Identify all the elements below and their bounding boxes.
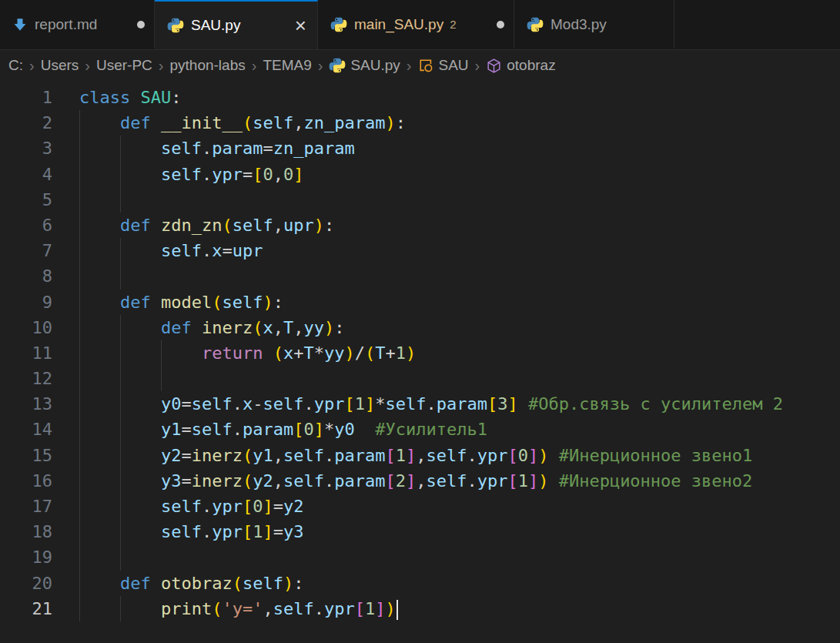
line-content[interactable]: self.x=upr xyxy=(79,238,840,263)
token: otobraz xyxy=(161,574,233,593)
token: ( xyxy=(365,343,375,363)
line-number[interactable]: 5 xyxy=(0,187,52,213)
code-line: 13 y0=self.x-self.ypr[1]*self.param[3] #… xyxy=(0,391,840,417)
line-content[interactable] xyxy=(79,544,840,570)
line-content[interactable]: def model(self): xyxy=(79,290,840,315)
line-number[interactable]: 3 xyxy=(0,136,52,161)
breadcrumb-item-tema9[interactable]: TEMA9 xyxy=(263,57,311,74)
line-number[interactable]: 9 xyxy=(0,290,52,315)
breadcrumb-label: Users xyxy=(41,57,79,74)
token: T xyxy=(283,318,293,337)
breadcrumb-separator-icon: › xyxy=(469,57,487,75)
token: param xyxy=(334,446,385,465)
modified-dot-icon[interactable] xyxy=(137,21,145,28)
token: param xyxy=(334,471,385,491)
breadcrumb-item-sau-py[interactable]: SAU.py xyxy=(329,57,400,74)
breadcrumb-item-otobraz[interactable]: otobraz xyxy=(486,57,555,74)
token: . xyxy=(467,471,477,491)
line-content[interactable] xyxy=(79,366,840,391)
line-text: print('y=',self.ypr[1]) xyxy=(79,599,398,618)
modified-dot-icon[interactable] xyxy=(497,21,504,28)
line-number[interactable]: 2 xyxy=(0,110,52,136)
line-text: def model(self): xyxy=(79,293,283,312)
breadcrumb-item-c-[interactable]: C: xyxy=(8,57,23,74)
token xyxy=(130,88,140,107)
token: ] xyxy=(406,471,416,491)
line-number[interactable]: 4 xyxy=(0,162,52,187)
breadcrumb-separator-icon: › xyxy=(152,57,170,75)
line-number[interactable]: 11 xyxy=(0,340,52,366)
line-number[interactable]: 21 xyxy=(0,596,52,621)
line-number[interactable]: 16 xyxy=(0,468,52,494)
token: . xyxy=(426,394,436,414)
line-number[interactable]: 10 xyxy=(0,315,52,340)
tab-mod3-py[interactable]: Mod3.py xyxy=(514,0,674,49)
line-content[interactable]: def inerz(x,T,yy): xyxy=(79,315,840,340)
line-content[interactable]: def __init__(self,zn_param): xyxy=(79,110,840,136)
line-number[interactable]: 15 xyxy=(0,443,52,468)
token: 0 xyxy=(263,165,273,184)
line-content[interactable]: self.param=zn_param xyxy=(79,136,840,161)
token: 1 xyxy=(253,522,263,541)
line-content[interactable]: self.ypr[0]=y2 xyxy=(79,494,840,519)
code-editor[interactable]: 1class SAU:2 def __init__(self,zn_param)… xyxy=(0,81,840,643)
token xyxy=(192,318,202,337)
breadcrumb-item-python-labs[interactable]: python-labs xyxy=(169,57,245,74)
line-number[interactable]: 18 xyxy=(0,519,52,544)
code-line: 5 xyxy=(0,187,840,213)
line-number[interactable]: 19 xyxy=(0,544,52,570)
line-number[interactable]: 13 xyxy=(0,391,52,417)
line-content[interactable]: y3=inerz(y2,self.param[2],self.ypr[1]) #… xyxy=(79,468,840,494)
token: ( xyxy=(222,216,232,235)
line-content[interactable]: def otobraz(self): xyxy=(79,571,840,596)
token: ) xyxy=(314,216,324,235)
line-content[interactable]: y2=inerz(y1,self.param[1],self.ypr[0]) #… xyxy=(79,443,840,468)
line-text: self.ypr[1]=y3 xyxy=(79,522,303,541)
line-number[interactable]: 8 xyxy=(0,263,52,289)
tab-report-md[interactable]: report.md xyxy=(0,0,155,49)
token: , xyxy=(273,471,283,491)
breadcrumb-item-users[interactable]: Users xyxy=(41,57,79,74)
line-number[interactable]: 14 xyxy=(0,417,52,442)
line-content[interactable] xyxy=(79,263,840,289)
token: . xyxy=(202,497,212,516)
indent-guide xyxy=(120,187,121,213)
line-content[interactable]: class SAU: xyxy=(79,85,840,110)
token: 1 xyxy=(396,343,406,363)
line-content[interactable]: y0=self.x-self.ypr[1]*self.param[3] #Обр… xyxy=(79,391,840,417)
token: zn_param xyxy=(303,113,385,132)
line-number[interactable]: 17 xyxy=(0,494,52,519)
token: . xyxy=(202,165,212,184)
close-tab-icon[interactable]: × xyxy=(293,18,308,33)
line-number[interactable]: 7 xyxy=(0,238,52,263)
token: ) xyxy=(263,293,273,312)
python-file-icon xyxy=(330,16,347,33)
line-content[interactable]: y1=self.param[0]*y0 #Усилитель1 xyxy=(79,417,840,442)
token: , xyxy=(416,471,426,491)
line-content[interactable] xyxy=(79,187,840,213)
indent-guide xyxy=(79,263,80,289)
line-content[interactable]: self.ypr[1]=y3 xyxy=(79,519,840,544)
indent xyxy=(79,599,161,618)
breadcrumb-item-user-pc[interactable]: User-PC xyxy=(96,57,152,74)
line-number[interactable]: 20 xyxy=(0,571,52,596)
token xyxy=(151,216,161,235)
indent xyxy=(79,139,161,158)
line-content[interactable]: print('y=',self.ypr[1]) xyxy=(79,596,840,621)
token xyxy=(151,113,161,132)
tab-sau-py[interactable]: SAU.py× xyxy=(155,0,318,49)
line-number[interactable]: 1 xyxy=(0,85,52,110)
line-content[interactable]: self.ypr=[0,0] xyxy=(79,162,840,187)
token: zn_param xyxy=(273,139,355,158)
breadcrumb-item-sau[interactable]: SAU xyxy=(418,57,469,74)
token: y2 xyxy=(283,497,304,516)
indent-guide xyxy=(79,544,80,570)
tab-main_sau-py[interactable]: main_SAU.py2 xyxy=(318,0,514,49)
line-content[interactable]: def zdn_zn(self,upr): xyxy=(79,213,840,238)
python-file-icon xyxy=(527,16,544,33)
line-number[interactable]: 6 xyxy=(0,213,52,238)
token: self xyxy=(273,599,314,618)
code-line: 6 def zdn_zn(self,upr): xyxy=(0,213,840,238)
line-number[interactable]: 12 xyxy=(0,366,52,391)
line-content[interactable]: return (x+T*yy)/(T+1) xyxy=(79,340,840,366)
